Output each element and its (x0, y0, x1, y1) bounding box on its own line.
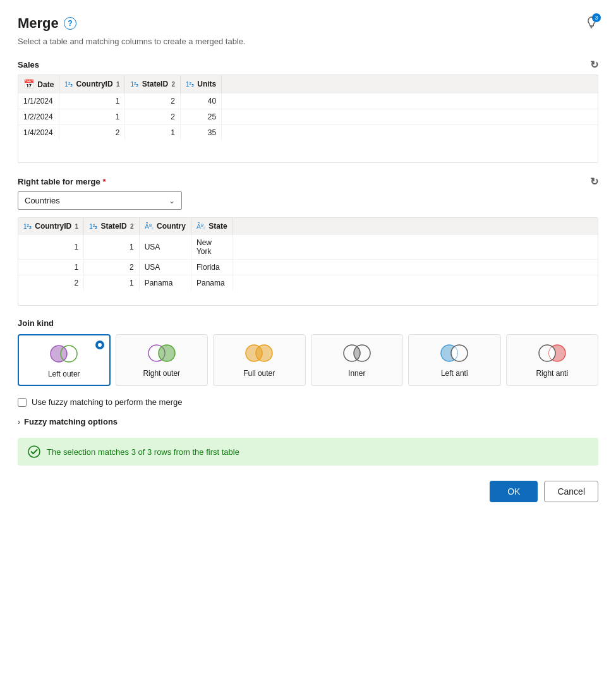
ok-button[interactable]: OK (490, 481, 538, 502)
countries-col-state[interactable]: A͆ᴮ꜀ State (191, 218, 233, 235)
join-right-outer[interactable]: Right outer (116, 334, 208, 386)
sales-col-empty (222, 75, 598, 93)
fuzzy-checkbox-label[interactable]: Use fuzzy matching to perform the merge (32, 397, 182, 407)
countries-col-stateid[interactable]: 1²₃ StateID 2 (84, 218, 139, 235)
join-right-anti[interactable]: Right anti (506, 334, 599, 386)
join-options: Left outer Right outer Full outer (18, 334, 598, 386)
join-kind-label: Join kind (18, 318, 598, 328)
refresh-sales-icon[interactable]: ↻ (590, 59, 598, 71)
right-table-label: Right table for merge * (18, 177, 106, 186)
join-left-outer[interactable]: Left outer (18, 334, 111, 386)
page-title: Merge (18, 15, 59, 32)
join-inner-label: Inner (348, 369, 365, 378)
sales-col-stateid[interactable]: 1²₃ StateID 2 (125, 75, 180, 93)
countries-table: 1²₃ CountryID 1 1²₃ StateID 2 A͆ᴮ꜀ Count… (18, 218, 598, 291)
table-row: 1/4/2024 2 1 35 (18, 125, 598, 141)
countries-table-wrapper: 1²₃ CountryID 1 1²₃ StateID 2 A͆ᴮ꜀ Count… (18, 217, 598, 306)
join-right-outer-label: Right outer (143, 369, 180, 378)
svg-point-18 (28, 446, 40, 457)
fuzzy-options-label: Fuzzy matching options (24, 417, 118, 426)
fuzzy-checkbox[interactable] (18, 398, 27, 407)
join-full-outer-label: Full outer (243, 369, 275, 378)
svg-point-0 (51, 346, 67, 362)
join-left-anti-label: Left anti (441, 369, 468, 378)
fuzzy-options-section[interactable]: › Fuzzy matching options (18, 417, 598, 426)
table-row: 1 1 USA New York (18, 235, 598, 260)
join-right-anti-label: Right anti (536, 369, 568, 378)
dropdown-value: Countries (25, 196, 60, 205)
fuzzy-checkbox-row: Use fuzzy matching to perform the merge (18, 397, 598, 407)
table-row: 1/2/2024 1 2 25 (18, 109, 598, 125)
subtitle: Select a table and matching columns to c… (18, 37, 598, 46)
sales-col-units[interactable]: 1²₃ Units (180, 75, 221, 93)
venn-left-anti (438, 342, 471, 364)
chevron-right-icon: › (18, 418, 20, 426)
sales-table: 📅 Date 1²₃ CountryID 1 1²₃ StateID 2 1²₃… (18, 75, 598, 140)
sales-label: Sales (18, 60, 39, 69)
required-indicator: * (102, 177, 106, 186)
join-left-outer-label: Left outer (48, 370, 80, 378)
countries-col-empty (233, 218, 598, 235)
join-full-outer[interactable]: Full outer (213, 334, 306, 386)
bulb-badge: 3 (592, 13, 601, 22)
cancel-button[interactable]: Cancel (544, 481, 598, 502)
venn-right-outer (145, 342, 178, 364)
help-icon[interactable]: ? (64, 17, 76, 30)
success-message: The selection matches 3 of 3 rows from t… (47, 447, 239, 457)
selected-indicator (95, 340, 104, 349)
countries-col-country[interactable]: A͆ᴮ꜀ Country (139, 218, 191, 235)
svg-point-5 (256, 345, 272, 361)
success-icon (28, 445, 40, 458)
bulb-icon[interactable]: 3 (584, 16, 598, 32)
svg-point-3 (159, 345, 175, 361)
button-row: OK Cancel (18, 481, 598, 502)
table-row: 1 2 USA Florida (18, 260, 598, 275)
table-row: 1/1/2024 1 2 40 (18, 93, 598, 109)
venn-full-outer (243, 342, 275, 364)
venn-inner (341, 342, 373, 364)
countries-col-countryid[interactable]: 1²₃ CountryID 1 (18, 218, 84, 235)
sales-table-wrapper: 📅 Date 1²₃ CountryID 1 1²₃ StateID 2 1²₃… (18, 75, 598, 163)
venn-right-anti (536, 342, 569, 364)
table-row: 2 1 Panama Panama (18, 275, 598, 291)
join-left-anti[interactable]: Left anti (408, 334, 501, 386)
sales-col-date[interactable]: 📅 Date (18, 75, 59, 93)
calendar-icon: 📅 (23, 79, 34, 89)
refresh-countries-icon[interactable]: ↻ (590, 176, 598, 188)
success-bar: The selection matches 3 of 3 rows from t… (18, 438, 598, 466)
join-inner[interactable]: Inner (311, 334, 404, 386)
chevron-down-icon: ⌄ (169, 196, 175, 205)
venn-left-outer (47, 343, 80, 365)
sales-col-countryid[interactable]: 1²₃ CountryID 1 (59, 75, 125, 93)
right-table-dropdown[interactable]: Countries ⌄ (18, 191, 182, 210)
